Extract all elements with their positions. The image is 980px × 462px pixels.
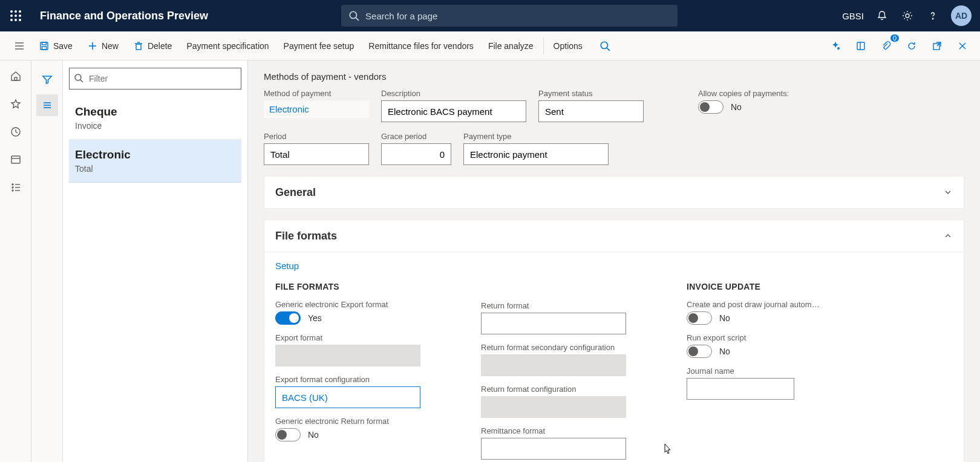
generic-return-label: Generic electronic Return format [275,417,451,426]
allow-copies-toggle[interactable] [698,100,724,114]
file-formats-fasttab-title: File formats [275,230,337,242]
return-format-select[interactable] [481,313,626,334]
journal-name-label: Journal name [687,366,862,376]
create-post-toggle[interactable] [687,311,712,325]
generic-export-label: Generic electronic Export format [275,300,451,309]
list-item[interactable]: Cheque Invoice [69,97,241,140]
attachments-button[interactable]: 0 [876,36,897,56]
svg-line-16 [607,48,610,51]
remittance-format-label: Remittance format [481,426,656,435]
export-format-input [275,345,420,366]
run-script-value: No [719,346,730,356]
setup-link[interactable]: Setup [275,261,299,271]
list-item-subtitle: Invoice [75,121,235,131]
close-button[interactable] [952,36,973,56]
remittance-format-select[interactable] [481,438,626,460]
save-icon [39,41,50,51]
list-item-title: Electronic [75,148,235,161]
description-input[interactable] [381,100,526,122]
file-formats-fasttab-header[interactable]: File formats [264,220,964,252]
remittance-files-button[interactable]: Remittance files for vendors [361,31,481,60]
attachment-badge: 0 [890,34,899,42]
notifications-button[interactable] [875,8,889,23]
favorites-icon[interactable] [8,97,23,111]
list-view-button[interactable] [36,94,58,116]
svg-point-0 [350,11,356,18]
user-avatar[interactable]: AD [951,5,972,26]
svg-rect-18 [857,42,864,50]
return-config-label: Return format configuration [481,385,656,394]
export-config-select[interactable] [275,386,420,408]
map-button[interactable] [851,36,871,56]
allow-copies-value: No [731,102,742,112]
journal-name-select[interactable] [687,378,794,400]
file-formats-fasttab: File formats Setup FILE FORMATS Generic … [264,220,964,462]
search-action-button[interactable] [595,36,615,56]
generic-return-toggle[interactable] [275,428,301,441]
app-launcher-button[interactable] [0,0,31,31]
new-button[interactable]: New [80,31,126,60]
payment-specification-button[interactable]: Payment specification [179,31,276,60]
period-select[interactable] [264,143,369,165]
svg-line-38 [80,80,83,82]
svg-line-21 [937,42,941,46]
home-icon[interactable] [8,69,23,83]
options-button[interactable]: Options [546,31,590,60]
create-post-label: Create and post draw journal autom… [687,300,862,309]
return-format-label: Return format [481,301,656,310]
recent-icon[interactable] [8,125,23,139]
popout-button[interactable] [927,36,947,56]
list-item[interactable]: Electronic Total [69,140,241,183]
save-button[interactable]: Save [31,31,80,60]
help-button[interactable] [926,8,940,23]
grace-period-input[interactable] [381,143,451,165]
svg-rect-8 [42,42,47,45]
workspaces-icon[interactable] [8,152,23,167]
settings-button[interactable] [900,8,915,23]
copilot-button[interactable] [825,36,846,56]
general-fasttab-title: General [275,186,316,199]
method-of-payment-link[interactable]: Electronic [264,100,369,118]
return-config-input [481,396,626,418]
svg-point-17 [837,47,840,50]
list-item-title: Cheque [75,105,235,119]
payment-status-select[interactable] [538,100,644,122]
svg-point-3 [932,18,933,19]
hamburger-toggle[interactable] [7,41,31,51]
generic-export-toggle[interactable] [275,311,301,325]
invoice-update-section-header: INVOICE UPDATE [687,282,862,291]
svg-point-37 [75,74,81,80]
svg-point-2 [906,14,909,18]
file-analyze-button[interactable]: File analyze [481,31,541,60]
filter-input[interactable] [69,68,241,89]
run-script-toggle[interactable] [687,345,712,358]
period-label: Period [264,132,369,141]
description-label: Description [381,89,526,98]
export-format-label: Export format [275,333,451,342]
global-search-input[interactable] [341,5,678,27]
file-formats-section-header: FILE FORMATS [275,282,451,291]
svg-point-28 [12,184,13,185]
general-fasttab-header[interactable]: General [264,177,964,208]
svg-rect-12 [136,44,141,50]
svg-point-29 [12,187,13,188]
search-icon [348,10,359,21]
filter-sidebar [31,60,63,462]
chevron-down-icon [943,187,953,197]
delete-button[interactable]: Delete [126,31,179,60]
svg-point-30 [12,190,13,191]
waffle-icon [10,10,21,21]
filter-funnel-button[interactable] [36,69,58,91]
app-title: Finance and Operations Preview [40,10,208,22]
payment-fee-setup-button[interactable]: Payment fee setup [276,31,362,60]
create-post-value: No [719,313,730,323]
run-script-label: Run export script [687,333,862,342]
refresh-button[interactable] [901,36,922,56]
svg-rect-24 [15,77,17,80]
modules-icon[interactable] [8,180,23,195]
payment-status-label: Payment status [538,89,644,98]
method-of-payment-label: Method of payment [264,89,369,98]
payment-type-select[interactable] [463,143,609,165]
main-content: Methods of payment - vendors Method of p… [248,60,980,462]
company-code[interactable]: GBSI [842,11,864,21]
